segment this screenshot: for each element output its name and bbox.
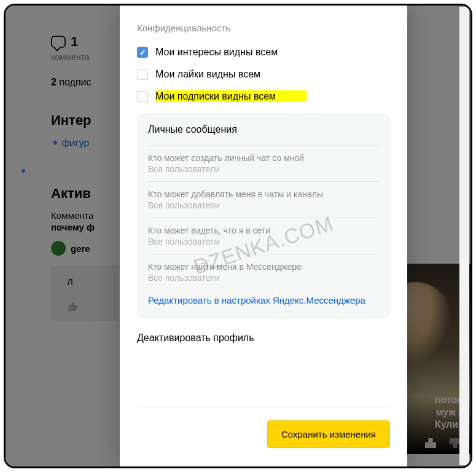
option-question: Кто может найти меня в Мессенджере <box>148 262 379 272</box>
checkbox-row-subscriptions[interactable]: Мои подписки видны всем <box>137 91 390 102</box>
private-messages-card: Личные сообщения Кто может создать личны… <box>137 113 390 319</box>
option-value: Все пользователи <box>148 237 379 246</box>
option-add-to-chats[interactable]: Кто может добавлять меня в чаты и каналы… <box>148 181 379 218</box>
option-find-me[interactable]: Кто может найти меня в Мессенджере Все п… <box>148 254 379 290</box>
settings-modal: Конфиденциальность Мои интересы видны вс… <box>120 6 407 466</box>
checkbox-interests[interactable] <box>137 47 148 58</box>
save-button[interactable]: Сохранить изменения <box>267 420 390 448</box>
option-question: Кто может создать личный чат со мной <box>148 153 379 163</box>
checkbox-label: Мои интересы видны всем <box>155 47 278 58</box>
checkbox-label: Мои лайки видны всем <box>155 69 260 80</box>
checkbox-row-interests[interactable]: Мои интересы видны всем <box>137 47 390 58</box>
option-question: Кто может видеть, что я в сети <box>148 226 379 235</box>
option-value: Все пользователи <box>148 200 379 210</box>
card-heading: Личные сообщения <box>148 124 379 135</box>
option-create-chat[interactable]: Кто может создать личный чат со мной Все… <box>148 145 379 181</box>
checkbox-subscriptions[interactable] <box>137 91 148 102</box>
option-value: Все пользователи <box>148 164 379 174</box>
option-question: Кто может добавлять меня в чаты и каналы <box>148 189 379 199</box>
checkbox-row-likes[interactable]: Мои лайки видны всем <box>137 69 390 80</box>
scrollbar-track[interactable] <box>459 7 469 465</box>
deactivate-profile-link[interactable]: Деактивировать профиль <box>137 332 390 344</box>
checkbox-label: Мои подписки видны всем <box>155 91 306 102</box>
checkbox-likes[interactable] <box>137 69 148 80</box>
option-value: Все пользователи <box>148 273 379 283</box>
privacy-section-heading: Конфиденциальность <box>137 23 390 33</box>
option-online-status[interactable]: Кто может видеть, что я в сети Все польз… <box>148 218 379 254</box>
edit-messenger-settings-link[interactable]: Редактировать в настройках Яндекс.Мессен… <box>148 294 379 307</box>
